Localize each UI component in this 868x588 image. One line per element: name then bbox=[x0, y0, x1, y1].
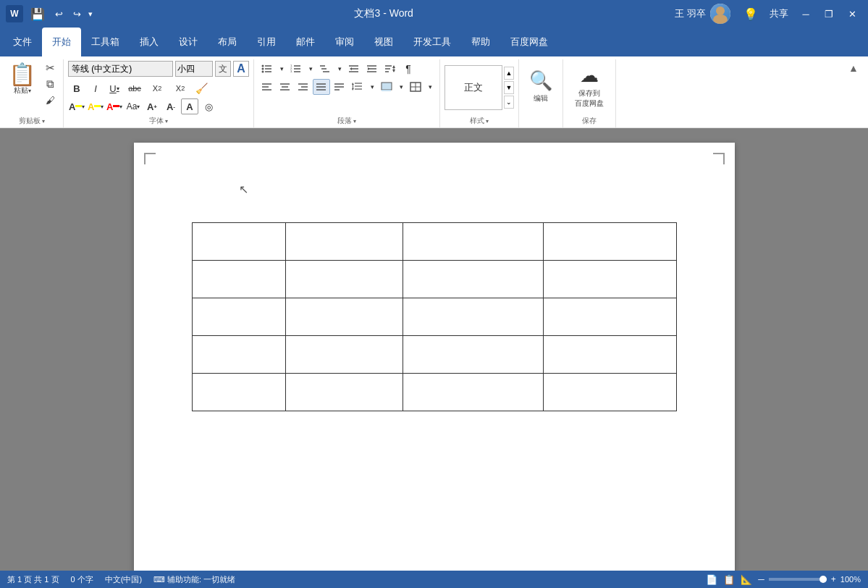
shading-button[interactable] bbox=[378, 79, 395, 95]
underline-button[interactable]: U ▾ bbox=[106, 80, 123, 96]
paste-button[interactable]: 📋 粘贴 ▾ bbox=[4, 61, 40, 98]
justify-button[interactable] bbox=[313, 79, 330, 95]
menu-toolbox[interactable]: 工具箱 bbox=[81, 28, 130, 56]
redo-button[interactable]: ↪ bbox=[70, 7, 84, 21]
font-A-button[interactable]: A bbox=[233, 61, 249, 77]
table-cell[interactable] bbox=[285, 261, 403, 298]
editing-button[interactable]: 🔍 编辑 bbox=[523, 61, 558, 112]
char-shade-button[interactable]: ◎ bbox=[200, 98, 217, 114]
zoom-out-button[interactable]: ─ bbox=[758, 574, 764, 584]
align-center-button[interactable] bbox=[277, 79, 294, 95]
undo-button[interactable]: ↩ bbox=[52, 7, 66, 21]
table-cell[interactable] bbox=[285, 374, 403, 411]
table-cell[interactable] bbox=[285, 298, 403, 336]
styles-expand-icon[interactable]: ▾ bbox=[486, 118, 489, 125]
clipboard-expand-icon[interactable]: ▾ bbox=[42, 118, 45, 125]
minimize-button[interactable]: ─ bbox=[796, 4, 816, 24]
styles-scroll-up[interactable]: ▲ bbox=[504, 67, 514, 80]
view-print-btn[interactable]: 📄 bbox=[706, 574, 717, 585]
menu-mailing[interactable]: 邮件 bbox=[286, 28, 325, 56]
share-button[interactable]: 共享 bbox=[765, 7, 793, 20]
table-cell[interactable] bbox=[403, 374, 543, 411]
char-border-button[interactable]: A bbox=[181, 98, 198, 114]
numbered-dropdown[interactable]: ▾ bbox=[306, 61, 316, 77]
menu-help[interactable]: 帮助 bbox=[461, 28, 500, 56]
table-cell[interactable] bbox=[403, 223, 543, 261]
menu-review[interactable]: 审阅 bbox=[325, 28, 364, 56]
close-button[interactable]: ✕ bbox=[842, 4, 862, 24]
menu-dev[interactable]: 开发工具 bbox=[403, 28, 461, 56]
align-dist-button[interactable] bbox=[331, 79, 348, 95]
aa-button[interactable]: Aa▾ bbox=[125, 98, 142, 114]
styles-expand[interactable]: ⌄ bbox=[504, 96, 514, 109]
align-right-button[interactable] bbox=[295, 79, 312, 95]
line-spacing-button[interactable] bbox=[349, 79, 366, 95]
text-color-button[interactable]: A ▾ bbox=[106, 98, 123, 114]
format-painter-button[interactable]: 🖌 bbox=[41, 93, 59, 107]
table-cell[interactable] bbox=[192, 223, 285, 261]
clear-format-button[interactable]: 🧹 bbox=[193, 80, 210, 96]
menu-insert[interactable]: 插入 bbox=[130, 28, 169, 56]
tell-me-icon[interactable]: 💡 bbox=[739, 7, 762, 21]
table-cell[interactable] bbox=[192, 336, 285, 374]
borders-dropdown[interactable]: ▾ bbox=[425, 79, 435, 95]
highlight-button[interactable]: A ▾ bbox=[87, 98, 104, 114]
ribbon-collapse-button[interactable]: ▲ bbox=[845, 59, 862, 77]
table-cell[interactable] bbox=[285, 336, 403, 374]
subscript-button[interactable]: X2 bbox=[146, 80, 168, 96]
increase-indent-button[interactable] bbox=[363, 61, 381, 77]
customize-qat-icon[interactable]: ▾ bbox=[88, 9, 93, 19]
font-size-select[interactable]: 小四 bbox=[175, 61, 213, 77]
table-cell[interactable] bbox=[403, 336, 543, 374]
table-cell[interactable] bbox=[403, 298, 543, 336]
strikethrough-button[interactable]: abc bbox=[125, 80, 145, 96]
styles-box[interactable]: 正文 bbox=[444, 65, 502, 110]
shrink-font-button[interactable]: A- bbox=[162, 98, 180, 114]
superscript-button[interactable]: X2 bbox=[169, 80, 191, 96]
menu-design[interactable]: 设计 bbox=[169, 28, 208, 56]
bold-button[interactable]: B bbox=[68, 80, 85, 96]
menu-view[interactable]: 视图 bbox=[364, 28, 403, 56]
view-web-btn[interactable]: 📋 bbox=[723, 574, 735, 585]
table-cell[interactable] bbox=[192, 374, 285, 411]
table-cell[interactable] bbox=[285, 223, 403, 261]
copy-button[interactable]: ⧉ bbox=[41, 77, 59, 91]
font-family-select[interactable]: 等线 (中文正文) bbox=[68, 61, 173, 77]
menu-layout[interactable]: 布局 bbox=[208, 28, 247, 56]
table-cell[interactable] bbox=[544, 261, 676, 298]
zoom-slider[interactable] bbox=[769, 578, 827, 581]
table-cell[interactable] bbox=[403, 261, 543, 298]
quick-save-button[interactable]: 💾 bbox=[28, 6, 48, 22]
italic-button[interactable]: I bbox=[87, 80, 104, 96]
document-table[interactable] bbox=[192, 222, 677, 411]
numbered-button[interactable]: 1.2.3. bbox=[287, 61, 305, 77]
line-spacing-dropdown[interactable]: ▾ bbox=[367, 79, 377, 95]
grow-font-button[interactable]: A+ bbox=[143, 98, 161, 114]
table-cell[interactable] bbox=[544, 336, 676, 374]
menu-references[interactable]: 引用 bbox=[247, 28, 286, 56]
zoom-in-button[interactable]: + bbox=[831, 574, 836, 584]
document-area[interactable]: ↖ bbox=[0, 128, 868, 573]
menu-baidu[interactable]: 百度网盘 bbox=[500, 28, 558, 56]
table-cell[interactable] bbox=[544, 223, 676, 261]
align-left-button[interactable] bbox=[258, 79, 276, 95]
table-cell[interactable] bbox=[192, 261, 285, 298]
menu-home[interactable]: 开始 bbox=[42, 28, 81, 56]
multilevel-button[interactable] bbox=[316, 61, 334, 77]
borders-button[interactable] bbox=[407, 79, 424, 95]
cut-button[interactable]: ✂ bbox=[41, 61, 59, 75]
paragraph-expand-icon[interactable]: ▾ bbox=[353, 118, 356, 125]
table-cell[interactable] bbox=[544, 298, 676, 336]
table-cell[interactable] bbox=[192, 298, 285, 336]
font-expand-icon[interactable]: ▾ bbox=[165, 118, 168, 125]
show-marks-button[interactable]: ¶ bbox=[400, 61, 417, 77]
decrease-indent-button[interactable] bbox=[345, 61, 363, 77]
menu-file[interactable]: 文件 bbox=[3, 28, 42, 56]
multilevel-dropdown[interactable]: ▾ bbox=[334, 61, 345, 77]
zoom-slider-container[interactable]: ─ + 100% bbox=[758, 574, 861, 584]
shading-dropdown[interactable]: ▾ bbox=[396, 79, 406, 95]
cursor-area[interactable]: ↖ bbox=[239, 182, 248, 196]
restore-button[interactable]: ❐ bbox=[819, 4, 839, 24]
font-color-button[interactable]: A ▾ bbox=[68, 98, 85, 114]
wen-button[interactable]: 文 bbox=[215, 61, 231, 77]
